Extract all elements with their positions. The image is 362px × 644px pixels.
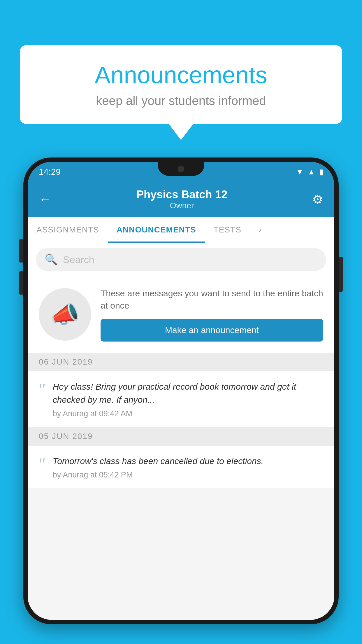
speech-bubble-arrow (169, 124, 193, 140)
power-button (339, 257, 343, 292)
settings-button[interactable]: ⚙ (312, 192, 323, 206)
phone-screen: 14:29 ▼ ▲ ▮ ← Physics Batch 12 Owner ⚙ (28, 162, 334, 620)
battery-icon: ▮ (319, 167, 323, 176)
megaphone-circle: 📣 (39, 288, 91, 341)
date-label-2: 05 JUN 2019 (39, 432, 93, 441)
speech-bubble: Announcements keep all your students inf… (20, 45, 342, 124)
quote-icon-2: " (39, 456, 46, 473)
megaphone-icon: 📣 (50, 301, 80, 328)
announcement-item-1[interactable]: " Hey class! Bring your practical record… (28, 371, 334, 427)
search-bar[interactable]: 🔍 Search (36, 248, 326, 271)
volume-up-button (19, 239, 23, 262)
speech-bubble-container: Announcements keep all your students inf… (20, 45, 342, 140)
announcement-content-2: Tomorrow's class has been cancelled due … (53, 454, 263, 480)
wifi-icon: ▼ (296, 167, 304, 176)
tab-assignments[interactable]: ASSIGNMENTS (28, 217, 108, 243)
speech-bubble-subtitle: keep all your students informed (37, 94, 325, 108)
announcement-prompt: 📣 These are messages you want to send to… (28, 276, 334, 353)
date-separator-2: 05 JUN 2019 (28, 427, 334, 446)
search-placeholder: Search (63, 254, 94, 265)
header-title: Physics Batch 12 (136, 188, 228, 201)
volume-down-button (19, 271, 23, 295)
phone-wrapper: 14:29 ▼ ▲ ▮ ← Physics Batch 12 Owner ⚙ (23, 158, 339, 624)
announcement-content-1: Hey class! Bring your practical record b… (53, 380, 323, 418)
phone-frame: 14:29 ▼ ▲ ▮ ← Physics Batch 12 Owner ⚙ (23, 158, 339, 624)
tabs-bar: ASSIGNMENTS ANNOUNCEMENTS TESTS › (28, 217, 334, 243)
tab-tests[interactable]: TESTS (205, 217, 250, 243)
front-camera (178, 166, 184, 172)
tab-announcements[interactable]: ANNOUNCEMENTS (108, 217, 205, 243)
more-tabs-indicator: › (259, 225, 262, 235)
prompt-right: These are messages you want to send to t… (101, 287, 323, 342)
speech-bubble-title: Announcements (37, 61, 325, 89)
app-header: ← Physics Batch 12 Owner ⚙ (28, 182, 334, 217)
announcement-text-1: Hey class! Bring your practical record b… (53, 380, 323, 406)
announcement-text-2: Tomorrow's class has been cancelled due … (53, 454, 263, 468)
date-separator-1: 06 JUN 2019 (28, 353, 334, 371)
status-icons: ▼ ▲ ▮ (296, 167, 323, 176)
header-center: Physics Batch 12 Owner (136, 188, 228, 210)
tab-more[interactable]: › (250, 217, 270, 243)
make-announcement-button[interactable]: Make an announcement (101, 319, 323, 342)
content-area: 🔍 Search 📣 These are messages you want t… (28, 243, 334, 620)
announcement-item-2[interactable]: " Tomorrow's class has been cancelled du… (28, 446, 334, 488)
announcement-meta-2: by Anurag at 05:42 PM (53, 470, 263, 480)
announcement-meta-1: by Anurag at 09:42 AM (53, 409, 323, 418)
header-subtitle: Owner (136, 201, 228, 210)
notch (158, 162, 204, 176)
signal-icon: ▲ (307, 167, 315, 176)
search-icon: 🔍 (45, 253, 58, 266)
quote-icon-1: " (39, 381, 46, 398)
back-button[interactable]: ← (39, 192, 52, 206)
search-bar-wrapper: 🔍 Search (28, 243, 334, 276)
date-label-1: 06 JUN 2019 (39, 357, 93, 367)
prompt-description: These are messages you want to send to t… (101, 287, 323, 312)
status-time: 14:29 (39, 167, 61, 177)
